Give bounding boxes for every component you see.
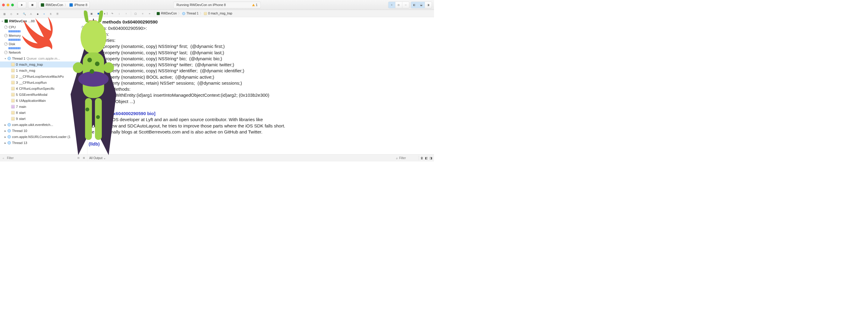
disclosure-triangle-icon[interactable]: [1, 20, 3, 22]
network-gauge-row[interactable]: Network: [0, 50, 87, 56]
stack-frame-row[interactable]: 5 GSEventRunModal: [0, 92, 87, 98]
app-icon: [41, 3, 44, 7]
stack-frame-row[interactable]: 6 UIApplicationMain: [0, 98, 87, 104]
stack-frame-row[interactable]: 0 mach_msg_trap: [0, 61, 87, 67]
thread-row[interactable]: Thread 10: [0, 128, 87, 134]
step-out-button[interactable]: ↑: [124, 11, 128, 16]
jumpbar-thread[interactable]: Thread 1: [187, 12, 198, 15]
disclosure-triangle-icon[interactable]: [4, 57, 6, 60]
step-over-button[interactable]: ↷: [110, 11, 115, 16]
warning-count: 1: [255, 3, 257, 7]
frame-icon: [11, 99, 15, 102]
run-button[interactable]: [18, 1, 26, 8]
minimize-window-button[interactable]: [7, 4, 9, 6]
assistant-editor-button[interactable]: ◎: [396, 2, 402, 8]
stack-frame-row[interactable]: 7 main: [0, 104, 87, 110]
stop-button[interactable]: [28, 1, 37, 8]
stack-frame-row[interactable]: 8 start: [0, 110, 87, 116]
report-navigator-tab[interactable]: ☰: [55, 12, 60, 16]
stack-frame-row[interactable]: 3 __CFRunLoopRun: [0, 79, 87, 86]
frame-icon: [11, 93, 15, 96]
frame-icon: [11, 63, 15, 66]
stack-frame-row[interactable]: 4 CFRunLoopRunSpecific: [0, 86, 87, 92]
stack-frame-row[interactable]: 1 mach_msg: [0, 67, 87, 73]
simulate-location-button[interactable]: ➣: [147, 11, 152, 16]
frame-index: 0: [16, 63, 18, 67]
test-navigator-tab[interactable]: ◆: [35, 12, 40, 16]
thread-row[interactable]: Thread 1 Queue: com.apple.m...: [0, 56, 87, 61]
lldb-command: po [0x604000290590 bio]: [102, 111, 156, 116]
thread-row[interactable]: com.apple.uikit.eventfetch...: [0, 122, 87, 128]
clear-console-button[interactable]: 🗑: [421, 156, 424, 160]
step-into-button[interactable]: ↓: [117, 11, 121, 16]
cpu-spark: [0, 30, 87, 33]
crashed-threads-filter-icon[interactable]: ⊟: [76, 156, 81, 160]
navigator-filter-input[interactable]: [7, 156, 75, 160]
console-filter-input[interactable]: [399, 156, 417, 160]
stack-frame-row[interactable]: 2 __CFRunLoopServiceMachPo: [0, 73, 87, 79]
gauge-icon: [4, 42, 7, 46]
thread-label: com.apple.uikit.eventfetch...: [12, 123, 53, 127]
disclosure-triangle-icon[interactable]: [4, 124, 6, 126]
chevron-right-icon: 〉: [200, 11, 203, 16]
standard-editor-button[interactable]: ≡: [389, 2, 396, 8]
debug-view-hierarchy-button[interactable]: ▢: [133, 11, 138, 16]
variables-view-toggle[interactable]: ◧: [425, 156, 428, 160]
stack-frame-row[interactable]: 9 start: [0, 116, 87, 122]
debug-bar: ▣ ⬣ ⏵⎹ ↷ ↓ ↑ ▢ ⌗ ➣ RWDevCon 〉 Thread 1 〉…: [87, 10, 434, 17]
gauge-icon: [4, 51, 7, 54]
toggle-navigator-button[interactable]: ◧: [411, 2, 418, 8]
toggle-breakpoints-button[interactable]: ⬣: [96, 11, 101, 16]
find-navigator-tab[interactable]: 🔍: [22, 12, 27, 16]
scheme-selector[interactable]: RWDevCon 〉 iPhone 8: [38, 1, 90, 8]
version-editor-button[interactable]: ↔: [402, 2, 409, 8]
disclosure-triangle-icon[interactable]: [4, 136, 6, 138]
cpu-gauge-row[interactable]: CPU 0%: [0, 24, 87, 30]
stop-icon: [31, 3, 34, 6]
jumpbar-frame[interactable]: 0 mach_msg_trap: [208, 12, 232, 15]
gauge-label: Memory: [9, 34, 21, 38]
debug-memory-button[interactable]: ⌗: [141, 11, 145, 16]
navigator-pane: ▥ ◇ ≋ 🔍 ⚠ ◆ ⌖ ⎘ ☰ RWDevCon ...88 CPU 0%: [0, 10, 87, 162]
thread-label: Thread 1: [12, 57, 25, 61]
editor-mode-selector[interactable]: ≡ ◎ ↔: [388, 1, 409, 8]
toggle-inspector-button[interactable]: ◨: [425, 2, 432, 8]
issue-navigator-tab[interactable]: ⚠: [29, 12, 33, 16]
breakpoint-navigator-tab[interactable]: ⎘: [49, 12, 53, 16]
thread-icon: [182, 12, 185, 15]
thread-label: com.apple.NSURLConnectionLoader (1: [12, 135, 70, 139]
frame-index: 9: [16, 117, 18, 121]
thread-row[interactable]: Thread 13: [0, 140, 87, 146]
zoom-window-button[interactable]: [11, 4, 14, 6]
lldb-prompt: (lldb): [89, 20, 100, 25]
output-scope-selector[interactable]: All Output ⌄: [89, 156, 106, 160]
scheme-app-label: RWDevCon: [46, 3, 63, 7]
debug-console[interactable]: (lldb) methods 0x604000290590 <Person: 0…: [87, 17, 434, 154]
disclosure-triangle-icon[interactable]: [4, 141, 6, 144]
navigator-tabs: ▥ ◇ ≋ 🔍 ⚠ ◆ ⌖ ⎘ ☰: [0, 10, 87, 18]
debug-navigator-tab[interactable]: ⌖: [42, 12, 46, 16]
project-navigator-tab[interactable]: ▥: [2, 12, 7, 16]
continue-button[interactable]: ⏵⎹: [103, 11, 107, 16]
frame-name: mach_msg: [19, 69, 35, 73]
issue-indicator[interactable]: 1: [252, 3, 257, 7]
thread-row[interactable]: com.apple.NSURLConnectionLoader (1: [0, 134, 87, 140]
jumpbar-app[interactable]: RWDevCon: [161, 12, 177, 15]
activity-viewer[interactable]: Running RWDevCon on iPhone 8 1: [173, 1, 261, 8]
toggle-debug-area-button[interactable]: ⬓: [418, 2, 425, 8]
app-icon: [4, 20, 8, 23]
debug-jump-bar[interactable]: RWDevCon 〉 Thread 1 〉 0 mach_msg_trap: [157, 11, 232, 16]
source-control-navigator-tab[interactable]: ◇: [9, 12, 13, 16]
filter-icon[interactable]: ⌕: [1, 156, 5, 160]
disclosure-triangle-icon[interactable]: [4, 130, 6, 132]
hide-debug-area-button[interactable]: ▣: [89, 11, 94, 16]
panel-toggles[interactable]: ◧ ⬓ ◨: [411, 1, 432, 8]
symbol-navigator-tab[interactable]: ≋: [16, 12, 20, 16]
memory-gauge-row[interactable]: Memory MB: [0, 33, 87, 39]
close-window-button[interactable]: [2, 4, 5, 6]
disk-gauge-row[interactable]: Disk: [0, 41, 87, 47]
process-row[interactable]: RWDevCon ...88: [0, 18, 87, 24]
svg-rect-0: [32, 4, 33, 6]
console-view-toggle[interactable]: ◨: [430, 156, 433, 160]
debug-threads-filter-icon[interactable]: ⊞: [82, 156, 86, 160]
